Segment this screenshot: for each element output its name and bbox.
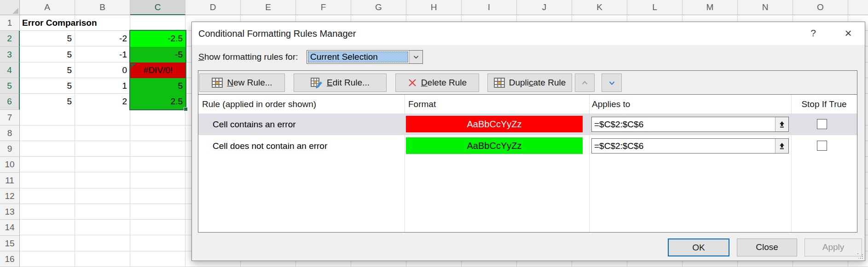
applies-to-input[interactable]: =$C$2:$C$6 xyxy=(591,117,789,132)
move-rule-up-button[interactable] xyxy=(575,74,595,92)
chevron-down-icon xyxy=(412,53,420,61)
row-header-9[interactable]: 9 xyxy=(0,141,20,157)
range-picker-button[interactable] xyxy=(775,139,788,153)
cell-b2[interactable]: -2 xyxy=(75,31,130,46)
column-header-h[interactable]: H xyxy=(406,0,462,15)
column-header-n[interactable]: N xyxy=(738,0,793,15)
delete-rule-label: Delete Rule xyxy=(421,78,467,88)
close-button[interactable]: Close xyxy=(737,239,797,256)
row-header-column: 1 2 3 4 5 6 7 8 9 10 11 12 13 14 15 16 xyxy=(0,15,20,267)
row-header-14[interactable]: 14 xyxy=(0,220,20,235)
cell-c2-active[interactable]: -2.5 xyxy=(130,31,186,46)
edit-rule-label: Edit Rule... xyxy=(327,78,370,88)
help-button[interactable]: ? xyxy=(803,22,823,45)
dropdown-selected-value[interactable]: Current Selection xyxy=(308,51,408,62)
column-header-e[interactable]: E xyxy=(241,0,296,15)
cell-a5[interactable]: 5 xyxy=(20,78,75,94)
column-header-i[interactable]: I xyxy=(462,0,517,15)
format-preview[interactable]: AaBbCcYyZz xyxy=(406,116,583,132)
rule-row-error[interactable]: Cell contains an error AaBbCcYyZz =$C$2:… xyxy=(198,114,857,135)
column-header-l[interactable]: L xyxy=(627,0,683,15)
row-header-11[interactable]: 11 xyxy=(0,173,20,188)
duplicate-rule-button[interactable]: Duplicate Rule xyxy=(487,74,572,92)
row-header-6[interactable]: 6 xyxy=(0,94,20,109)
red-x-icon xyxy=(408,78,417,87)
move-rule-down-button[interactable] xyxy=(602,74,622,92)
column-header-k[interactable]: K xyxy=(572,0,627,15)
applies-to-input[interactable]: =$C$2:$C$6 xyxy=(591,138,789,153)
fill-handle[interactable] xyxy=(184,107,188,111)
rule-description: Cell does not contain an error xyxy=(213,135,327,157)
applies-to-value[interactable]: =$C$2:$C$6 xyxy=(592,139,775,153)
dialog-title: Conditional Formatting Rules Manager xyxy=(198,22,356,45)
range-picker-button[interactable] xyxy=(775,117,788,131)
cell-b6[interactable]: 2 xyxy=(75,94,130,109)
column-header-d[interactable]: D xyxy=(185,0,241,15)
apply-button-disabled[interactable]: Apply xyxy=(804,239,862,256)
column-header-j[interactable]: J xyxy=(517,0,572,15)
duplicate-rule-label: Duplicate Rule xyxy=(509,78,566,88)
select-all-corner[interactable] xyxy=(0,0,20,15)
cell-a4[interactable]: 5 xyxy=(20,62,75,78)
row-header-1[interactable]: 1 xyxy=(0,15,20,31)
resize-grip[interactable] xyxy=(857,253,863,259)
format-preview[interactable]: AaBbCcYyZz xyxy=(406,137,583,154)
cell-b5[interactable]: 1 xyxy=(75,78,130,94)
stop-if-true-checkbox[interactable] xyxy=(817,119,827,129)
column-header-a[interactable]: A xyxy=(20,0,75,15)
row-header-15[interactable]: 15 xyxy=(0,236,20,251)
row-header-8[interactable]: 8 xyxy=(0,125,20,141)
dialog-titlebar[interactable]: Conditional Formatting Rules Manager ? × xyxy=(192,22,865,45)
cell-b3[interactable]: -1 xyxy=(75,47,130,62)
close-icon[interactable]: × xyxy=(838,22,858,45)
new-rule-button[interactable]: New Rule... xyxy=(199,74,285,92)
cell-b4[interactable]: 0 xyxy=(75,62,130,78)
column-header-c-selected[interactable]: C xyxy=(130,0,185,15)
header-applies-to: Applies to xyxy=(592,95,630,114)
dropdown-chevron-button[interactable] xyxy=(409,51,422,63)
error-indicator-triangle xyxy=(131,63,136,68)
column-header-partial[interactable] xyxy=(848,0,868,15)
column-header-o[interactable]: O xyxy=(793,0,848,15)
row-header-7[interactable]: 7 xyxy=(0,110,20,125)
header-format: Format xyxy=(408,95,436,114)
rule-row-no-error[interactable]: Cell does not contain an error AaBbCcYyZ… xyxy=(198,135,857,157)
excel-window: A B C D E F G H I J K L M N O 1 2 3 4 5 … xyxy=(0,0,868,267)
column-header-b[interactable]: B xyxy=(75,0,130,15)
chevron-up-icon xyxy=(581,79,589,87)
show-rules-dropdown[interactable]: Current Selection xyxy=(307,50,423,64)
column-header-m[interactable]: M xyxy=(683,0,738,15)
applies-to-value[interactable]: =$C$2:$C$6 xyxy=(592,117,775,131)
label-accelerator: S xyxy=(198,52,204,62)
ok-button[interactable]: OK xyxy=(668,239,729,256)
row-header-10[interactable]: 10 xyxy=(0,157,20,172)
row-header-2[interactable]: 2 xyxy=(0,31,20,46)
new-rule-label: New Rule... xyxy=(227,78,272,88)
collapse-range-icon xyxy=(779,121,785,128)
rule-description: Cell contains an error xyxy=(213,114,296,135)
edit-rule-button[interactable]: Edit Rule... xyxy=(294,74,387,92)
cell-c5[interactable]: 5 xyxy=(130,78,186,94)
table-grid-icon xyxy=(494,78,505,88)
cell-c4-error[interactable]: #DIV/0! xyxy=(130,62,186,78)
table-grid-icon xyxy=(212,78,223,88)
cell-c6[interactable]: 2.5 xyxy=(130,94,186,109)
cell-a3[interactable]: 5 xyxy=(20,47,75,62)
collapse-range-icon xyxy=(779,142,785,150)
cell-a1[interactable]: Error Comparison xyxy=(20,15,130,31)
row-header-5[interactable]: 5 xyxy=(0,78,20,94)
cell-a2[interactable]: 5 xyxy=(20,31,75,46)
row-header-16[interactable]: 16 xyxy=(0,251,20,267)
cell-a6[interactable]: 5 xyxy=(20,94,75,109)
row-header-3[interactable]: 3 xyxy=(0,47,20,62)
delete-rule-button[interactable]: Delete Rule xyxy=(395,74,479,92)
row-header-4[interactable]: 4 xyxy=(0,62,20,78)
stop-if-true-checkbox[interactable] xyxy=(817,141,827,151)
conditional-formatting-rules-manager-dialog: Conditional Formatting Rules Manager ? ×… xyxy=(191,22,865,261)
column-header-f[interactable]: F xyxy=(296,0,351,15)
row-header-12[interactable]: 12 xyxy=(0,188,20,204)
rules-list-header: Rule (applied in order shown) Format App… xyxy=(198,95,857,114)
column-header-g[interactable]: G xyxy=(351,0,406,15)
cell-c3[interactable]: -5 xyxy=(130,47,186,62)
row-header-13[interactable]: 13 xyxy=(0,204,20,220)
